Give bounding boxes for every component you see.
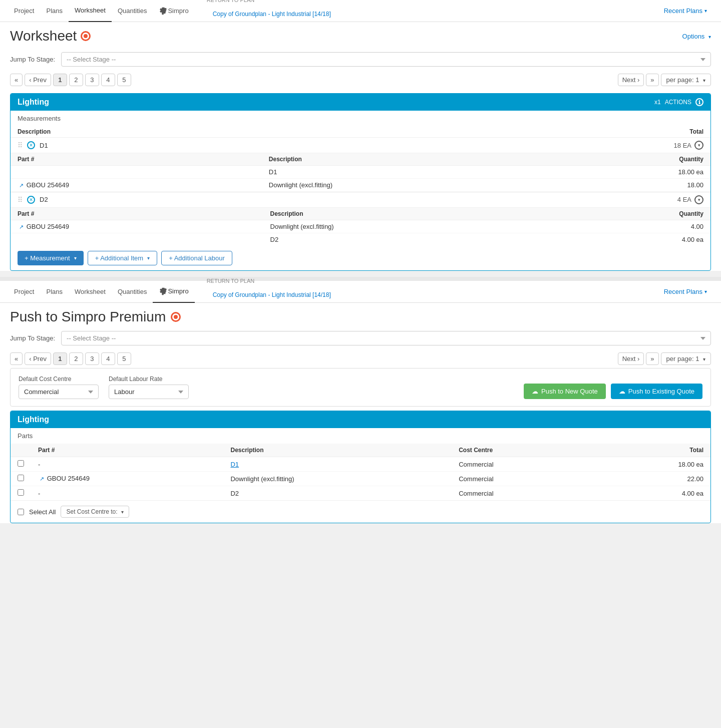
push-next-label: Next [622,355,636,362]
push-settings-row: Default Cost Centre Commercial Default L… [10,368,711,407]
d1-parts-table: Part # Description Quantity D1 18.00 ea [11,153,710,192]
nav2-plans[interactable]: Plans [40,281,69,303]
push-per-page-arrow: ▾ [703,356,705,362]
pg-4[interactable]: 4 [101,74,115,86]
table-row: ↗ GBOU 254649 Downlight (excl.fitting) C… [11,472,710,486]
add-labour-button[interactable]: + Additional Labour [161,251,232,265]
push-new-quote-button[interactable]: ☁ Push to New Quote [524,384,606,399]
cost-centre-group: Default Cost Centre Commercial [19,376,99,399]
nav2-right: Recent Plans ▾ [658,281,713,303]
return2-label: RETURN TO PLAN [207,278,337,284]
nav2-simpro-label: Simpro [168,287,188,295]
push-row1-check[interactable] [11,457,31,472]
add-measurement-button[interactable]: + Measurement ▾ [18,251,84,265]
meas-header-row: Description Total [11,126,710,138]
pg-2[interactable]: 2 [69,74,83,86]
nav-worksheet[interactable]: Worksheet [69,0,112,22]
drag-handle-d1[interactable]: ⠿ [18,141,23,149]
push-th-check [11,444,31,457]
stage-select[interactable]: -- Select Stage -- [61,52,711,67]
d1-chev[interactable] [694,141,703,150]
push-stage-select[interactable]: -- Select Stage -- [61,331,711,345]
gear-icon [159,7,168,16]
plan2-link[interactable]: Copy of Groundplan - Light Industrial [1… [207,284,337,306]
push-pg-2[interactable]: 2 [69,352,83,365]
table-row: ↗ GBOU 254649 Downlight (excl.fitting) 4… [11,220,710,233]
push-new-label: Push to New Quote [541,388,598,395]
nav-right: Recent Plans ▾ [658,0,713,22]
options-button[interactable]: Options ▾ [682,33,711,40]
x-circle-d2[interactable] [27,195,36,204]
nav2-worksheet[interactable]: Worksheet [69,281,112,303]
pg-last[interactable]: » [646,74,658,86]
labour-rate-select[interactable]: Labour [109,385,189,399]
nav-plans[interactable]: Plans [40,0,69,22]
recent-plans-arrow: ▾ [704,8,707,14]
jump-to-stage-row: Jump To Stage: -- Select Stage -- [0,48,721,71]
push-buttons: ☁ Push to New Quote ☁ Push to Existing Q… [524,384,702,399]
push-pg-first[interactable]: « [10,352,23,365]
push-th-partnum: Part # [31,444,223,457]
push-row2-desc: Downlight (excl.fitting) [223,472,452,486]
push-row1-desc-link[interactable]: D1 [230,461,239,468]
table-row: ↗ GBOU 254649 Downlight (excl.fitting) 1… [11,179,710,192]
pagination-row: « ‹ Prev 1 2 3 4 5 Next › » per page: 1 … [0,71,721,89]
push-existing-quote-button[interactable]: ☁ Push to Existing Quote [611,384,702,399]
set-cost-centre-button[interactable]: Set Cost Centre to: ▾ [61,506,129,518]
d1-p2-partnum: ↗ GBOU 254649 [11,179,262,192]
drag-handle-d2[interactable]: ⠿ [18,196,23,204]
select-all-checkbox[interactable] [18,509,24,515]
push-checkbox-3[interactable] [18,489,24,496]
options-arrow: ▾ [708,34,711,40]
pg-prev[interactable]: ‹ Prev [25,74,51,86]
nav2-simpro[interactable]: Simpro [153,281,194,303]
actions-info-icon[interactable]: ℹ [695,98,703,106]
push-pg-3[interactable]: 3 [85,352,99,365]
plan-link[interactable]: Copy of Groundplan - Light Industrial [1… [207,3,337,25]
push-pg-1[interactable]: 1 [53,352,67,365]
d1-p2-pn-text: GBOU 254649 [27,181,69,189]
meas-d1-row: ⠿ D1 18 EA [11,138,710,153]
push-row2-check[interactable] [11,472,31,486]
table-row: - D2 Commercial 4.00 ea [11,486,710,501]
push-lighting-card: Lighting Parts Part # Description Cost C… [10,411,711,523]
push-per-page[interactable]: per page: 1 ▾ [661,352,711,365]
pg-next[interactable]: Next › [618,74,644,86]
push-row2-partnum: ↗ GBOU 254649 [31,472,223,486]
ext-link-push[interactable]: ↗ [38,476,45,483]
push-pg-4[interactable]: 4 [101,352,115,365]
recent-plans2-link[interactable]: Recent Plans ▾ [658,281,713,303]
push-pg-5[interactable]: 5 [117,352,131,365]
push-pg-last[interactable]: » [646,352,658,365]
add-item-label: + Additional Item [95,254,143,262]
nav-simpro[interactable]: Simpro [153,0,194,22]
per-page-button[interactable]: per page: 1 ▾ [661,74,711,86]
push-th-total: Total [595,444,710,457]
push-row3-check[interactable] [11,486,31,501]
push-pg-next[interactable]: Next › [618,352,644,365]
push-row2-total: 22.00 [595,472,710,486]
nav-project[interactable]: Project [8,0,40,22]
select-all-label: Select All [29,508,56,516]
push-checkbox-1[interactable] [18,460,24,467]
nav2-quantities[interactable]: Quantities [112,281,153,303]
cost-centre-select[interactable]: Commercial [19,385,99,399]
nav2-project[interactable]: Project [8,281,40,303]
pg-5[interactable]: 5 [117,74,131,86]
push-pg-prev[interactable]: ‹ Prev [25,352,51,365]
recent-plans-link[interactable]: Recent Plans ▾ [658,0,713,22]
pg-3[interactable]: 3 [85,74,99,86]
push-checkbox-2[interactable] [18,475,24,481]
ext-link-d1[interactable]: ↗ [18,182,25,189]
add-item-button[interactable]: + Additional Item ▾ [88,251,157,265]
nav-quantities[interactable]: Quantities [112,0,153,22]
ext-link-d2[interactable]: ↗ [18,223,25,230]
pg-1[interactable]: 1 [53,74,67,86]
action-buttons: + Measurement ▾ + Additional Item ▾ + Ad… [11,246,710,270]
push-row1-desc: D1 [223,457,452,472]
push-row1-partnum: - [31,457,223,472]
x-circle-d1[interactable] [27,141,36,150]
pg-first[interactable]: « [10,74,23,86]
d2-chev[interactable] [694,195,703,204]
push-row1-cost: Commercial [452,457,595,472]
